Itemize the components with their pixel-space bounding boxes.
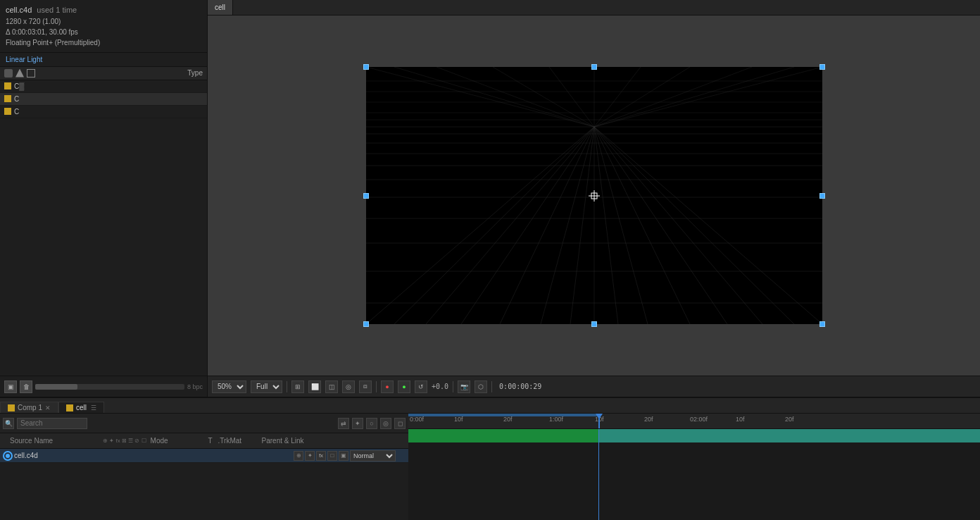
timeline-tab-cell[interactable]: cell ☰ — [58, 402, 104, 413]
separator — [287, 381, 287, 392]
ruler-mark-20f-3: 20f — [785, 416, 794, 423]
composition-frame — [366, 67, 822, 324]
timeline-tracks: 0:00f 10f 20f 1:00f 10f 20f 02:00f 10f 2… — [408, 414, 980, 520]
comp-name: cell.c4d used 1 time — [6, 4, 201, 16]
show-snapshot-btn[interactable]: ⬡ — [475, 380, 487, 393]
viewer-area: cell — [208, 0, 980, 397]
cell-icon — [66, 404, 73, 411]
viewer-canvas — [208, 16, 980, 376]
layer-row[interactable]: cell.c4d ⊕ ✦ fx □ ▣ Normal — [0, 449, 408, 463]
fx-switch[interactable]: fx — [316, 451, 326, 461]
solo-icon[interactable]: ○ — [366, 418, 377, 429]
layer-visibility-toggle[interactable] — [3, 451, 13, 461]
lock-switch[interactable]: ✦ — [305, 451, 315, 461]
footage-swatch — [4, 95, 11, 102]
sort-icon — [4, 69, 13, 78]
delete-icon[interactable]: 🗑 — [20, 380, 32, 393]
handle-top-right[interactable] — [819, 64, 825, 70]
region-of-interest-btn[interactable]: ◫ — [325, 380, 338, 393]
mode-dropdown[interactable]: Normal — [350, 450, 396, 462]
footage-item-name: C▒ — [14, 82, 203, 90]
viewer-tab-bar: cell — [208, 0, 980, 16]
track-area — [408, 429, 980, 520]
handle-middle-right[interactable] — [819, 193, 825, 199]
ruler-mark-10f-3: 10f — [736, 416, 745, 423]
comp1-tab-label: Comp 1 — [18, 404, 42, 411]
exposure-value: +0.0 — [432, 383, 448, 390]
track-bar-teal — [598, 429, 980, 442]
footage-item[interactable]: C — [0, 106, 207, 118]
ruler-mark-20f-2: 20f — [644, 416, 653, 423]
playhead-ruler — [598, 414, 600, 428]
zoom-select[interactable]: 50% — [212, 380, 246, 393]
search-icon[interactable]: 🔍 — [3, 418, 14, 429]
scroll-thumb — [35, 384, 77, 390]
ruler-mark-2min: 02:00f — [690, 416, 708, 423]
layer-header: Source Name ⊕ ✦ fx ⊠ ☰ ⊘ ☐ Mode T .TrkMa… — [0, 433, 408, 449]
view-icon[interactable]: ◻ — [394, 418, 406, 429]
separator — [376, 381, 377, 392]
handle-bottom-right[interactable] — [819, 321, 825, 327]
timeline-area: Comp 1 ✕ cell ☰ 🔍 ⇄ ✦ ○ ◎ ◻ — [0, 397, 980, 520]
new-comp-icon[interactable]: ▣ — [4, 380, 17, 393]
mode-col: Mode — [151, 437, 207, 445]
center-crosshair — [589, 190, 600, 202]
timecode-display: 0:00:00:29 — [499, 383, 541, 390]
solo-switch[interactable]: ⊕ — [294, 451, 303, 461]
ruler-mark-0: 0:00f — [410, 416, 424, 423]
color-mode-text: Floating Point+ (Premultiplied) — [6, 37, 201, 48]
ruler-mark-10f: 10f — [454, 416, 463, 423]
color-correction-btn2[interactable]: ● — [398, 380, 410, 393]
timeline-tab-comp1[interactable]: Comp 1 ✕ — [0, 402, 58, 413]
visibility-dot — [6, 454, 10, 458]
draft-icon[interactable]: ✦ — [352, 418, 363, 429]
cc-switch[interactable]: ▣ — [339, 451, 348, 461]
footage-item[interactable]: C — [0, 93, 207, 106]
layer-name: cell.c4d — [14, 452, 292, 459]
comp1-close-btn[interactable]: ✕ — [45, 404, 51, 411]
timeline-tabs: Comp 1 ✕ cell ☰ — [0, 398, 980, 414]
handle-top-middle[interactable] — [591, 64, 597, 70]
timeline-main: 🔍 ⇄ ✦ ○ ◎ ◻ Source Name ⊕ ✦ fx ⊠ ☰ ⊘ ☐ M… — [0, 414, 980, 520]
comp-name-text: cell.c4d — [6, 6, 32, 14]
handle-bottom-middle[interactable] — [591, 321, 597, 327]
viewer-tab-item[interactable]: cell — [208, 0, 233, 15]
footage-item-name: C — [14, 95, 203, 103]
handle-bottom-left[interactable] — [363, 321, 369, 327]
switches-label: ⊕ ✦ fx ⊠ ☰ ⊘ ☐ — [103, 438, 146, 444]
footage-item[interactable]: C▒ — [0, 80, 207, 93]
cell-tab-label: cell — [76, 404, 87, 411]
handle-middle-left[interactable] — [363, 193, 369, 199]
switches-col: ⊕ ✦ fx ⊠ ☰ ⊘ ☐ — [103, 438, 146, 444]
separator — [453, 381, 453, 392]
toggle-3d-btn[interactable]: ⧈ — [359, 380, 372, 393]
viewer-toolbar: 50% Full ⊞ ⬜ ◫ ◎ ⧈ ● ● ↺ +0.0 📷 ⬡ 0:00:0… — [208, 376, 980, 397]
trkmat-col: .TrkMat — [218, 437, 260, 445]
ruler-mark-1min: 1:00f — [549, 416, 563, 423]
playhead-line — [598, 429, 599, 520]
transfer-icon[interactable]: ⇄ — [338, 418, 349, 429]
duration-text: Δ 0:00:03:01, 30.00 fps — [6, 27, 201, 37]
timeline-controls: 🔍 ⇄ ✦ ○ ◎ ◻ — [0, 414, 408, 433]
sort-triangle-icon — [15, 69, 24, 78]
comp-used-text: used 1 time — [37, 6, 77, 14]
reset-exposure-btn[interactable]: ↺ — [415, 380, 427, 393]
snapshot-btn[interactable]: 📷 — [458, 380, 470, 393]
shy-switch[interactable]: □ — [327, 451, 337, 461]
color-correction-btn[interactable]: ● — [381, 380, 394, 393]
resolution-text: 1280 x 720 (1.00) — [6, 16, 201, 27]
handle-top-left[interactable] — [363, 64, 369, 70]
lock-icon[interactable]: ◎ — [380, 418, 391, 429]
cell-tab-options[interactable]: ☰ — [91, 404, 96, 411]
parent-col: Parent & Link — [262, 437, 318, 445]
separator — [491, 381, 492, 392]
toggle-transparency-btn[interactable]: ⬜ — [308, 380, 321, 393]
search-input[interactable] — [17, 418, 87, 429]
quality-select[interactable]: Full — [251, 380, 282, 393]
toggle-mask-btn[interactable]: ◎ — [342, 380, 355, 393]
footage-swatch — [4, 82, 11, 89]
scroll-bar[interactable] — [35, 384, 184, 390]
left-panel: cell.c4d used 1 time 1280 x 720 (1.00) Δ… — [0, 0, 208, 397]
type-column-header: Type — [187, 69, 203, 77]
fit-to-frame-btn[interactable]: ⊞ — [291, 380, 304, 393]
